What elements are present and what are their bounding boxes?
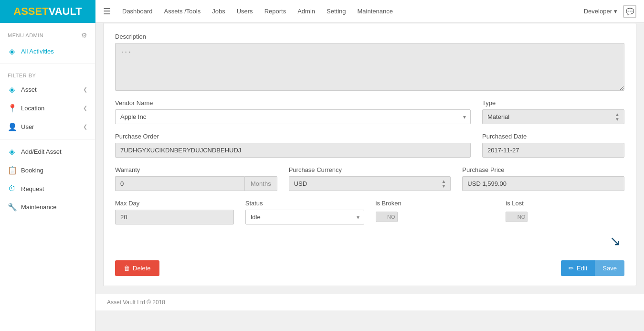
warranty-input-row: Months: [115, 176, 277, 191]
nav-setting[interactable]: Setting: [327, 8, 346, 15]
sidebar-item-maintenance[interactable]: 🔧 Maintenance: [0, 198, 95, 216]
footer: Asset Vault Ltd © 2018: [95, 294, 644, 310]
purchase-currency-group: Purchase Currency USD ▲▼: [289, 166, 451, 191]
max-day-label: Max Day: [115, 200, 234, 207]
max-day-input[interactable]: [115, 210, 234, 224]
down-right-arrow-icon: ↘: [610, 233, 621, 249]
maxday-status-row: Max Day Status Idle ▾ is Broken: [115, 200, 624, 224]
warranty-group: Warranty Months: [115, 166, 277, 191]
filter-by-label: FILTER BY: [0, 67, 95, 80]
footer-text: Asset Vault Ltd © 2018: [107, 299, 165, 306]
purchase-order-input[interactable]: [115, 143, 471, 158]
nav-reports[interactable]: Reports: [264, 8, 286, 15]
status-label: Status: [245, 200, 364, 207]
save-button[interactable]: Save: [595, 260, 624, 276]
vendor-type-row: Vendor Name Apple Inc ▾ Type Material: [115, 99, 624, 124]
purchase-price-label: Purchase Price: [462, 166, 624, 173]
type-select[interactable]: Material: [482, 109, 624, 124]
logo-brand1: ASSET: [13, 5, 48, 18]
is-broken-toggle-group: NO: [376, 210, 495, 222]
description-label: Description: [115, 33, 624, 40]
asset-chevron: ❮: [83, 86, 87, 93]
purchase-price-input[interactable]: [462, 176, 624, 191]
hamburger-icon[interactable]: ☰: [95, 6, 118, 17]
description-group: Description: [115, 33, 624, 91]
vendor-name-select[interactable]: Apple Inc: [115, 109, 471, 124]
add-asset-icon: ◈: [8, 147, 16, 156]
is-lost-label: is Lost: [506, 200, 624, 207]
purchase-order-row: Purchase Order Purchased Date: [115, 133, 624, 158]
type-label: Type: [482, 99, 624, 107]
sidebar-item-request[interactable]: ⏱ Request: [0, 180, 95, 198]
is-lost-toggle[interactable]: NO: [506, 212, 528, 222]
warranty-unit-label: Months: [244, 176, 277, 191]
content-area: Description Vendor Name Apple Inc ▾ T: [95, 23, 644, 331]
gear-icon[interactable]: ⚙: [81, 32, 88, 39]
developer-dropdown[interactable]: Developer ▾: [584, 8, 617, 15]
edit-icon: ✏: [569, 265, 574, 272]
main-nav: Dashboard Assets /Tools Jobs Users Repor…: [118, 8, 584, 15]
nav-admin[interactable]: Admin: [297, 8, 315, 15]
booking-icon: 📋: [8, 166, 16, 175]
purchased-date-group: Purchased Date: [482, 133, 624, 158]
description-row: Description: [115, 33, 624, 91]
nav-maintenance[interactable]: Maintenance: [358, 8, 393, 15]
location-icon: 📍: [8, 104, 16, 113]
status-group: Status Idle ▾: [245, 200, 364, 224]
warranty-input[interactable]: [115, 176, 244, 191]
type-select-wrapper: Material ▲▼: [482, 109, 624, 124]
is-lost-toggle-group: NO: [506, 210, 624, 222]
purchase-currency-label: Purchase Currency: [289, 166, 451, 173]
sidebar-item-booking[interactable]: 📋 Booking: [0, 161, 95, 180]
trash-icon: 🗑: [124, 265, 130, 272]
sidebar-item-all-activities[interactable]: ◈ All Activities: [0, 42, 95, 61]
purchase-price-group: Purchase Price: [462, 166, 624, 191]
warranty-label: Warranty: [115, 166, 277, 173]
is-broken-toggle-label: NO: [387, 214, 397, 220]
max-day-group: Max Day: [115, 200, 234, 224]
is-lost-group: is Lost NO: [506, 200, 624, 222]
status-select-wrapper: Idle ▾: [245, 210, 364, 224]
app-logo: ASSETVAULT: [0, 0, 95, 23]
sidebar-item-location[interactable]: 📍 Location ❮: [0, 99, 95, 117]
edit-save-group: ✏ Edit Save: [561, 260, 624, 276]
delete-button[interactable]: 🗑 Delete: [115, 260, 159, 276]
purchased-date-label: Purchased Date: [482, 133, 624, 140]
is-lost-toggle-label: NO: [517, 214, 528, 220]
user-chevron: ❮: [83, 124, 87, 130]
asset-icon: ◈: [8, 85, 16, 94]
description-textarea[interactable]: [115, 43, 624, 91]
edit-button[interactable]: ✏ Edit: [561, 260, 595, 276]
purchase-currency-select-wrapper: USD ▲▼: [289, 176, 451, 191]
nav-dashboard[interactable]: Dashboard: [122, 8, 153, 15]
arrow-indicator-row: ↘: [115, 233, 624, 249]
sidebar-item-user[interactable]: 👤 User ❮: [0, 117, 95, 136]
nav-assets-tools[interactable]: Assets /Tools: [164, 8, 201, 15]
vendor-name-label: Vendor Name: [115, 99, 471, 107]
sidebar-item-add-edit-asset[interactable]: ◈ Add/Edit Asset: [0, 142, 95, 161]
sidebar-section-title: MENU ADMIN ⚙: [0, 29, 95, 42]
vendor-name-select-wrapper: Apple Inc ▾: [115, 109, 471, 124]
logo-brand2: VAULT: [49, 5, 82, 18]
warranty-currency-price-row: Warranty Months Purchase Currency USD ▲▼: [115, 166, 624, 191]
chat-icon[interactable]: 💬: [623, 5, 636, 18]
purchase-currency-select[interactable]: USD: [289, 176, 451, 191]
sidebar: MENU ADMIN ⚙ ◈ All Activities FILTER BY …: [0, 23, 95, 331]
nav-right: Developer ▾ 💬: [584, 5, 644, 18]
nav-jobs[interactable]: Jobs: [212, 8, 225, 15]
is-broken-label: is Broken: [376, 200, 495, 207]
action-row: 🗑 Delete ✏ Edit Save: [115, 256, 624, 276]
is-broken-toggle[interactable]: NO: [376, 212, 398, 222]
user-icon: 👤: [8, 122, 16, 131]
is-broken-group: is Broken NO: [376, 200, 495, 222]
nav-users[interactable]: Users: [237, 8, 253, 15]
vendor-name-group: Vendor Name Apple Inc ▾: [115, 99, 471, 124]
purchased-date-input[interactable]: [482, 143, 624, 158]
status-select[interactable]: Idle: [245, 210, 364, 224]
sidebar-item-asset[interactable]: ◈ Asset ❮: [0, 80, 95, 99]
form-card: Description Vendor Name Apple Inc ▾ T: [103, 23, 636, 286]
request-icon: ⏱: [8, 184, 16, 193]
activities-icon: ◈: [8, 47, 16, 56]
purchase-order-label: Purchase Order: [115, 133, 471, 140]
type-group: Type Material ▲▼: [482, 99, 624, 124]
